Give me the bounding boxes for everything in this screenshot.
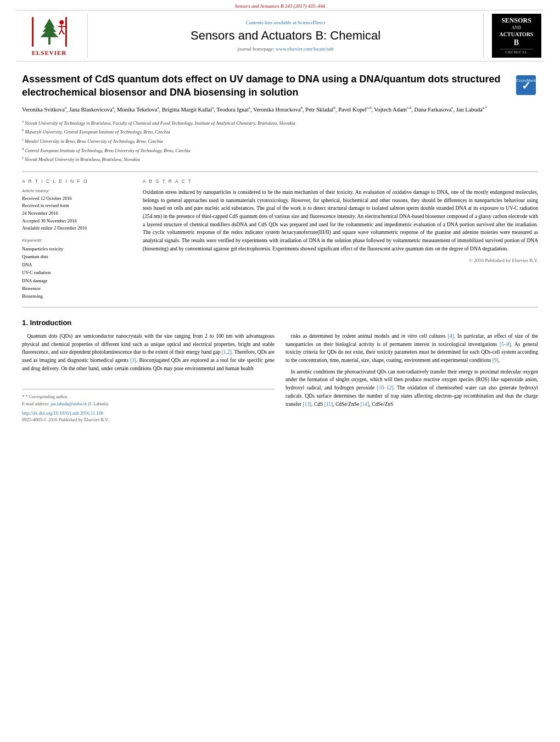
corresponding-note: * * Corresponding author. xyxy=(22,393,275,401)
crossmark-container: ✓ CrossMark xyxy=(516,75,538,95)
email-link[interactable]: jan.labuda@stuba.sk xyxy=(51,401,87,406)
abstract-text: Oxidation stress induced by nanoparticle… xyxy=(143,188,538,253)
authors: Veronika Svitkovaa, Jana Blaskovicovaa, … xyxy=(22,105,538,114)
svg-text:CrossMark: CrossMark xyxy=(516,79,536,82)
intro-heading: 1. Introduction xyxy=(22,319,538,327)
sensors-actuators-logo: SENSORS and AcTuators B CHEMICAL xyxy=(483,14,544,58)
ref-5-8[interactable]: [5–8] xyxy=(500,342,511,347)
abstract-label: A B S T R A C T xyxy=(143,178,538,184)
homepage-url[interactable]: www.elsevier.com/locate/snb xyxy=(276,46,333,52)
ref-3[interactable]: [3] xyxy=(130,358,136,363)
crossmark-icon: ✓ CrossMark xyxy=(516,75,536,95)
ref-9[interactable]: [9] xyxy=(492,358,499,363)
sensors-badge: SENSORS and AcTuators B CHEMICAL xyxy=(492,14,541,58)
page: Sensors and Actuators B 243 (2017) 435–4… xyxy=(0,0,560,742)
email-footer: E-mail address: jan.labuda@stuba.sk (J. … xyxy=(22,401,275,408)
intro-text-right: risks as determined by rodent animal mod… xyxy=(285,332,538,408)
journal-homepage: journal homepage: www.elsevier.com/locat… xyxy=(238,46,334,52)
affiliation-a: a Slovak University of Technology in Bra… xyxy=(22,119,538,127)
elsevier-logo: ELSEVIER xyxy=(30,16,69,56)
accepted-date: Accepted 30 November 2016 xyxy=(22,217,132,225)
ref-11[interactable]: [11] xyxy=(324,401,333,407)
keyword-5: DNA damage xyxy=(22,277,132,284)
keyword-6: Biosensor xyxy=(22,284,132,292)
journal-title: Sensors and Actuators B: Chemical xyxy=(191,29,380,43)
intro-two-col: Quantum dots (QDs) are semiconductor nan… xyxy=(22,332,538,422)
svg-rect-1 xyxy=(32,16,33,46)
sensors-badge-actuators: AcTuators xyxy=(500,31,534,38)
article-info-col: A R T I C L E I N F O Article history: R… xyxy=(22,178,132,300)
affiliation-e: e Slovak Medical University in Bratislav… xyxy=(22,155,538,163)
introduction-section: 1. Introduction Quantum dots (QDs) are s… xyxy=(22,319,538,422)
article-info-label: A R T I C L E I N F O xyxy=(22,178,132,184)
keyword-3: DNA xyxy=(22,261,132,269)
ref-10-12[interactable]: [10–12] xyxy=(377,385,394,390)
article-dates: Received 12 October 2016 Received in rev… xyxy=(22,195,132,232)
keyword-4: UV-C radiation xyxy=(22,269,132,276)
ref-4[interactable]: [4] xyxy=(448,333,454,339)
ref-1-2[interactable]: [1,2] xyxy=(222,349,232,355)
intro-col-right: risks as determined by rodent animal mod… xyxy=(285,332,538,422)
keyword-2: Quantum dots xyxy=(22,253,132,260)
sciencedirect-link-text[interactable]: ScienceDirect xyxy=(298,20,325,25)
article-title: Assessment of CdS quantum dots effect on… xyxy=(22,72,508,99)
affiliation-d: d Central European Institute of Technolo… xyxy=(22,146,538,154)
affiliation-c: c Mendel University in Brno, Brno Univer… xyxy=(22,137,538,145)
history-label: Article history: xyxy=(22,188,132,193)
journal-header: ELSEVIER Contents lists available at Sci… xyxy=(16,10,544,62)
revised-date: 24 November 2016 xyxy=(22,210,132,217)
elsevier-tree-icon xyxy=(30,16,69,48)
doi-link[interactable]: http://dx.doi.org/10.1016/j.snb.2016.11.… xyxy=(22,410,275,416)
copyright-line: © 2016 Published by Elsevier B.V. xyxy=(143,258,538,263)
affiliation-b: b Masaryk University, Central European I… xyxy=(22,127,538,136)
sensors-badge-b: B xyxy=(514,38,519,48)
keyword-7: Biosensing xyxy=(22,292,132,300)
svg-rect-2 xyxy=(65,16,67,46)
intro-text-left: Quantum dots (QDs) are semiconductor nan… xyxy=(22,332,275,373)
elsevier-logo-container: ELSEVIER xyxy=(16,14,88,58)
sensors-badge-sensors: SENSORS xyxy=(501,16,531,25)
issn-text: 0925-4005/© 2016 Published by Elsevier B… xyxy=(22,417,275,422)
footer-section: * * Corresponding author. E-mail address… xyxy=(22,389,275,422)
abstract-col: A B S T R A C T Oxidation stress induced… xyxy=(143,178,538,300)
svg-point-7 xyxy=(59,20,64,24)
svg-rect-3 xyxy=(48,36,51,44)
keywords-label: Keywords: xyxy=(22,238,132,243)
journal-info-center: Contents lists available at ScienceDirec… xyxy=(88,14,483,58)
elsevier-label: ELSEVIER xyxy=(32,49,67,56)
info-abstract-section: A R T I C L E I N F O Article history: R… xyxy=(22,178,538,300)
available-date: Available online 2 December 2016 xyxy=(22,225,132,232)
revised-label: Received in revised form xyxy=(22,202,132,210)
article-title-section: Assessment of CdS quantum dots effect on… xyxy=(22,72,538,99)
ref-13[interactable]: [13] xyxy=(303,401,311,407)
section-divider xyxy=(22,171,538,172)
affiliations: a Slovak University of Technology in Bra… xyxy=(22,119,538,163)
received-date: Received 12 October 2016 xyxy=(22,195,132,203)
article-content: Assessment of CdS quantum dots effect on… xyxy=(0,62,560,433)
sensors-badge-and: and xyxy=(512,25,521,31)
citation-bar: Sensors and Actuators B 243 (2017) 435–4… xyxy=(0,0,560,10)
ref-14[interactable]: [14] xyxy=(361,401,369,407)
keyword-1: Nanoparticles toxicity xyxy=(22,245,132,253)
keywords-list: Nanoparticles toxicity Quantum dots DNA … xyxy=(22,245,132,300)
intro-divider xyxy=(22,307,538,308)
citation-text: Sensors and Actuators B 243 (2017) 435–4… xyxy=(235,3,325,9)
intro-col-left: Quantum dots (QDs) are semiconductor nan… xyxy=(22,332,275,422)
contents-available: Contents lists available at ScienceDirec… xyxy=(246,20,326,25)
